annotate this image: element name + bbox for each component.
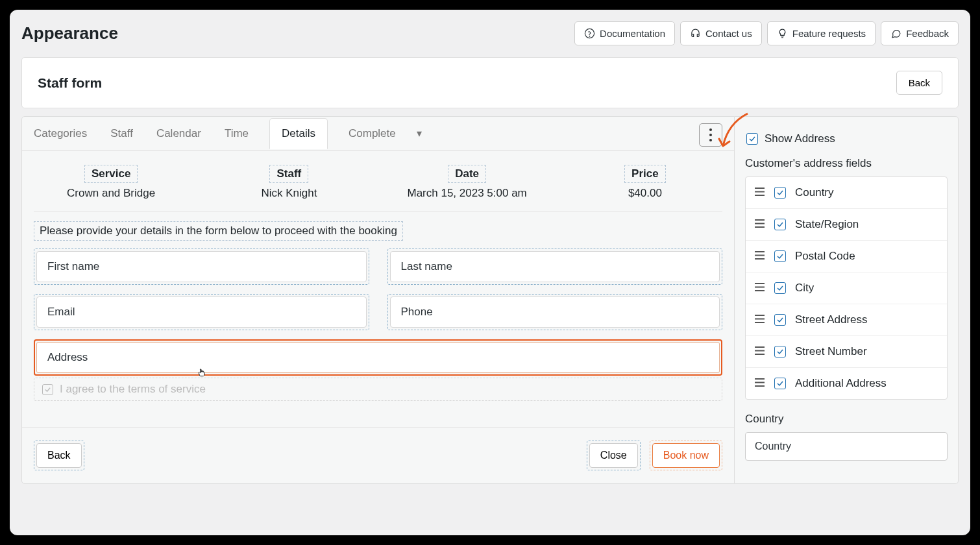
chat-icon [890, 28, 901, 39]
back-button[interactable]: Back [896, 71, 942, 95]
svg-point-4 [709, 139, 712, 141]
field-checkbox[interactable] [774, 187, 786, 199]
documentation-button[interactable]: Documentation [574, 21, 675, 45]
staff-form-title: Staff form [38, 75, 102, 91]
field-label: City [795, 282, 814, 295]
field-checkbox[interactable] [774, 378, 786, 389]
field-item-street-number[interactable]: Street Number [746, 336, 947, 368]
last-name-label: Last name [390, 251, 720, 282]
tab-more-caret[interactable]: ▾ [417, 127, 422, 139]
cursor-icon [196, 367, 208, 378]
email-field[interactable]: Email [34, 294, 369, 330]
drag-handle-icon[interactable] [755, 219, 765, 230]
kebab-menu[interactable] [699, 123, 722, 147]
drag-handle-icon[interactable] [755, 282, 765, 294]
tab-categories[interactable]: Categories [31, 118, 90, 149]
field-item-country[interactable]: Country [746, 177, 947, 209]
show-address-label: Show Address [765, 132, 835, 145]
instruction-text[interactable]: Please provide your details in the form … [34, 221, 403, 241]
bulb-icon [777, 28, 788, 39]
field-checkbox[interactable] [774, 314, 786, 326]
main-panel: Categories Staff Calendar Time Details C… [21, 116, 735, 484]
tab-details[interactable]: Details [269, 118, 328, 149]
field-checkbox[interactable] [774, 250, 786, 262]
feature-label: Feature requests [792, 28, 866, 39]
show-address-checkbox[interactable] [746, 133, 758, 145]
field-label: Country [795, 186, 834, 199]
headset-icon [690, 28, 701, 39]
svg-point-1 [589, 36, 590, 36]
drag-handle-icon[interactable] [755, 346, 765, 357]
drag-handle-icon[interactable] [755, 378, 765, 389]
phone-label: Phone [390, 297, 720, 328]
field-label: Street Address [795, 313, 868, 326]
terms-checkbox[interactable] [42, 384, 53, 395]
tab-staff[interactable]: Staff [108, 118, 136, 149]
field-item-city[interactable]: City [746, 272, 947, 304]
tab-complete[interactable]: Complete [346, 118, 398, 149]
staff-value: Nick Knight [200, 187, 378, 200]
country-input[interactable] [745, 432, 948, 461]
email-label: Email [36, 297, 367, 328]
field-item-state[interactable]: State/Region [746, 209, 947, 241]
date-value: March 15, 2023 5:00 am [378, 187, 556, 200]
page-title: Appearance [21, 23, 118, 43]
price-label[interactable]: Price [624, 165, 666, 183]
dots-vertical-icon [709, 128, 712, 141]
field-label: Street Number [795, 345, 867, 358]
svg-point-2 [709, 128, 712, 131]
svg-point-3 [709, 134, 712, 136]
tab-calendar[interactable]: Calendar [154, 118, 204, 149]
terms-row[interactable]: I agree to the terms of service [34, 378, 722, 401]
field-label: State/Region [795, 218, 859, 231]
address-label: Address [36, 342, 720, 373]
book-now-button[interactable]: Book now [652, 443, 720, 468]
phone-field[interactable]: Phone [387, 294, 723, 330]
field-checkbox[interactable] [774, 219, 786, 230]
field-label: Additional Address [795, 377, 887, 390]
tab-time[interactable]: Time [222, 118, 251, 149]
help-icon [584, 28, 595, 39]
first-name-field[interactable]: First name [34, 248, 369, 285]
contact-button[interactable]: Contact us [680, 21, 762, 45]
terms-text: I agree to the terms of service [60, 383, 206, 396]
form-back-button[interactable]: Back [36, 443, 82, 468]
address-fields-title: Customer's address fields [745, 157, 948, 170]
documentation-label: Documentation [600, 28, 665, 39]
drag-handle-icon[interactable] [755, 250, 765, 262]
field-checkbox[interactable] [774, 282, 786, 294]
field-label: Postal Code [795, 250, 855, 263]
field-item-additional[interactable]: Additional Address [746, 368, 947, 399]
feedback-label: Feedback [906, 28, 949, 39]
service-label[interactable]: Service [84, 165, 138, 183]
feature-button[interactable]: Feature requests [767, 21, 876, 45]
field-item-street-address[interactable]: Street Address [746, 304, 947, 336]
field-checkbox[interactable] [774, 346, 786, 357]
drag-handle-icon[interactable] [755, 314, 765, 326]
country-section-label: Country [745, 413, 948, 426]
feedback-button[interactable]: Feedback [881, 21, 959, 45]
contact-label: Contact us [705, 28, 752, 39]
price-value: $40.00 [556, 187, 734, 200]
service-value: Crown and Bridge [22, 187, 200, 200]
side-panel: Show Address Customer's address fields C… [735, 116, 959, 484]
date-label[interactable]: Date [448, 165, 486, 183]
address-field[interactable]: Address [34, 339, 722, 376]
first-name-label: First name [36, 251, 367, 282]
staff-label[interactable]: Staff [269, 165, 308, 183]
last-name-field[interactable]: Last name [387, 248, 723, 285]
address-fields-list: Country State/Region Postal Code City [745, 176, 948, 400]
drag-handle-icon[interactable] [755, 187, 765, 199]
field-item-postal[interactable]: Postal Code [746, 241, 947, 272]
close-button[interactable]: Close [589, 443, 638, 468]
